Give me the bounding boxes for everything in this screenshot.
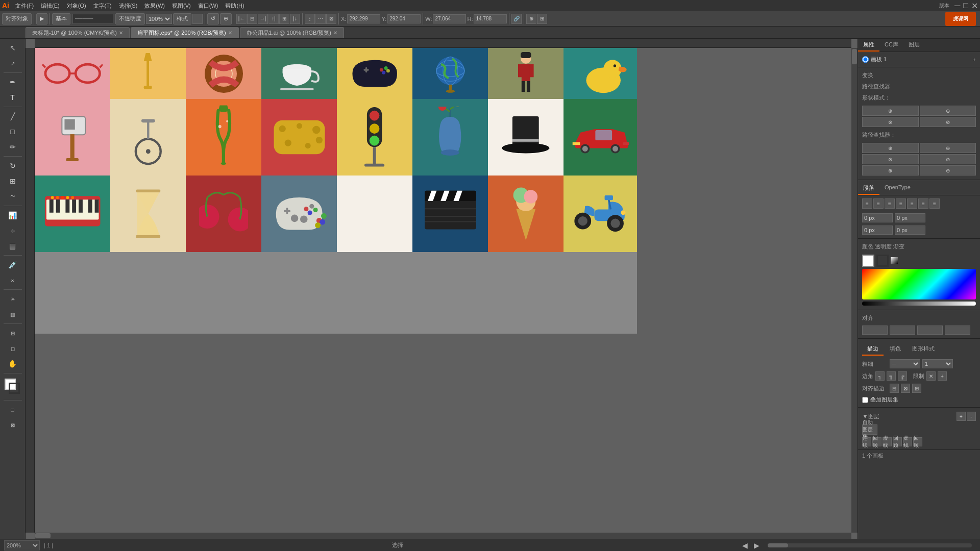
menu-help[interactable]: 帮助(H) bbox=[222, 1, 247, 11]
maximize-button[interactable]: □ bbox=[963, 1, 968, 10]
select-tool-icon[interactable]: ↖ bbox=[6, 41, 20, 55]
line-tool-icon[interactable]: ╱ bbox=[6, 109, 20, 123]
color-header[interactable]: 颜色 透明度 渐变 bbox=[858, 241, 980, 253]
rotate-tool-icon[interactable]: ↻ bbox=[6, 159, 20, 173]
pen-tool-icon[interactable]: ✒ bbox=[6, 75, 20, 89]
opacity-label[interactable]: 不透明度 bbox=[115, 13, 145, 24]
scrollbar-horizontal[interactable] bbox=[35, 533, 851, 539]
para-justify3-btn[interactable]: ≡ bbox=[918, 198, 928, 209]
align-stroke-btn1[interactable]: ⊟ bbox=[890, 384, 899, 393]
opacity-select[interactable]: 100% bbox=[146, 14, 172, 24]
column-tool-icon[interactable]: ▥ bbox=[6, 307, 20, 321]
menu-effects[interactable]: 效果(W) bbox=[141, 1, 168, 11]
limit-btn1[interactable]: ✕ bbox=[926, 371, 936, 381]
eyedrop-tool-icon[interactable]: 💉 bbox=[6, 258, 20, 272]
layer-style-btn2[interactable]: 回顾 bbox=[872, 437, 881, 446]
close-button[interactable]: ✕ bbox=[971, 1, 978, 11]
dist-btn3[interactable]: ⊠ bbox=[326, 14, 336, 24]
gradient-tool-icon[interactable]: ▦ bbox=[6, 239, 20, 253]
link-dimensions-btn[interactable]: 🔗 bbox=[511, 14, 522, 24]
rp-desc-tab[interactable]: 描边 bbox=[862, 343, 884, 356]
pathop-btn3[interactable]: ⊗ bbox=[862, 154, 919, 164]
align-center-v-btn[interactable]: ⊞ bbox=[279, 14, 289, 24]
coord-h[interactable] bbox=[474, 14, 507, 23]
transform-btn[interactable]: ⊕ bbox=[220, 13, 232, 24]
select-tool[interactable]: ▶ bbox=[36, 13, 47, 24]
align-object-btn[interactable]: 对齐对象 bbox=[2, 13, 32, 24]
coord-w[interactable] bbox=[433, 14, 466, 23]
pathop-btn6[interactable]: ⊖ bbox=[920, 165, 976, 176]
slice-tool-icon[interactable]: ⊟ bbox=[6, 326, 20, 340]
more-btn1[interactable]: ⊕ bbox=[526, 14, 536, 24]
type-tool-icon[interactable]: T bbox=[6, 90, 20, 105]
color-slider[interactable] bbox=[862, 302, 976, 306]
brush-tool-icon[interactable]: ✏ bbox=[6, 140, 20, 154]
space-before-input[interactable] bbox=[862, 226, 893, 235]
direct-select-icon[interactable]: ↗ bbox=[6, 56, 20, 70]
tab-2[interactable]: 办公用品1.ai @ 100% (RGB/预览) ✕ bbox=[240, 27, 344, 38]
menu-type[interactable]: 文字(T) bbox=[90, 1, 115, 11]
fullscreen-btn[interactable]: ⊠ bbox=[6, 418, 20, 432]
coord-x[interactable] bbox=[347, 14, 380, 23]
rp-shape-tab[interactable]: 图形样式 bbox=[907, 343, 940, 356]
para-justify2-btn[interactable]: ≡ bbox=[907, 198, 917, 209]
corner-btn3[interactable]: ╔ bbox=[898, 371, 907, 381]
rect-tool-icon[interactable]: □ bbox=[6, 124, 20, 139]
layer-style-btn5[interactable]: 虚线 bbox=[903, 437, 912, 446]
para-justify-all-btn[interactable]: ≡ bbox=[929, 198, 940, 209]
align-input4[interactable] bbox=[945, 325, 970, 335]
corner-btn1[interactable]: ┐ bbox=[875, 371, 885, 381]
indent-right-input[interactable] bbox=[895, 213, 925, 222]
indent-left-input[interactable] bbox=[862, 213, 893, 222]
refresh-btn[interactable]: ↺ bbox=[207, 13, 219, 24]
scroll-indicator[interactable] bbox=[768, 543, 972, 547]
pathop-btn4[interactable]: ⊘ bbox=[920, 154, 976, 164]
align-stroke-btn2[interactable]: ⊠ bbox=[901, 384, 910, 393]
artboard[interactable]: ▶▶ bbox=[35, 48, 637, 334]
scrollbar-vertical[interactable] bbox=[851, 48, 857, 533]
pathop-btn5[interactable]: ⊕ bbox=[862, 165, 919, 176]
align-center-h-btn[interactable]: ⊟ bbox=[247, 14, 257, 24]
stroke-width-select[interactable]: ─ bbox=[890, 359, 920, 368]
none-color-box[interactable] bbox=[891, 257, 898, 264]
zoom-select[interactable]: 200% bbox=[4, 540, 40, 550]
space-after-input[interactable] bbox=[895, 226, 925, 235]
corner-btn2[interactable]: ╗ bbox=[887, 371, 896, 381]
normal-mode-btn[interactable]: □ bbox=[6, 403, 20, 417]
layer-style-btn4[interactable]: 回顾 bbox=[893, 437, 902, 446]
limit-btn2[interactable]: + bbox=[938, 371, 947, 381]
color-gradient[interactable] bbox=[862, 269, 976, 299]
intersect-btn[interactable]: ⊗ bbox=[862, 117, 919, 127]
overprint-checkbox[interactable] bbox=[862, 397, 868, 403]
style-label[interactable]: 样式 bbox=[173, 13, 191, 24]
menu-view[interactable]: 视图(V) bbox=[169, 1, 194, 11]
rp-tab-properties[interactable]: 属性 bbox=[858, 39, 879, 52]
exclude-btn[interactable]: ⊘ bbox=[920, 117, 976, 127]
menu-edit[interactable]: 编辑(E) bbox=[38, 1, 63, 11]
stroke-type[interactable]: 基本 bbox=[52, 13, 70, 24]
align-header[interactable]: 对齐 bbox=[858, 312, 980, 324]
pathop-btn2[interactable]: ⊖ bbox=[920, 143, 976, 153]
artboard-radio[interactable] bbox=[862, 56, 869, 63]
page-next-btn[interactable]: ▶ bbox=[754, 541, 760, 549]
align-top-btn[interactable]: ↑| bbox=[268, 14, 279, 24]
minus-front-btn[interactable]: ⊖ bbox=[920, 106, 976, 116]
align-input2[interactable] bbox=[890, 325, 915, 335]
align-right-btn[interactable]: →| bbox=[258, 14, 268, 24]
eraser-tool-icon[interactable]: ◻ bbox=[6, 341, 20, 356]
artboard-expand[interactable]: + bbox=[973, 57, 976, 63]
tab-1[interactable]: 扁平图标.eps* @ 200% (RGB/预览) ✕ bbox=[131, 27, 239, 38]
graph-tool-icon[interactable]: 📊 bbox=[6, 208, 20, 222]
layer-style-btn3[interactable]: 虚线 bbox=[883, 437, 892, 446]
rp-transform-header[interactable]: 变换 bbox=[858, 69, 980, 81]
coord-y[interactable] bbox=[387, 14, 421, 23]
tab-close-1[interactable]: ✕ bbox=[228, 30, 232, 36]
menu-object[interactable]: 对象(O) bbox=[64, 1, 89, 11]
scale-tool-icon[interactable]: ⊞ bbox=[6, 174, 20, 188]
rp-para-tab[interactable]: 段落 bbox=[858, 182, 879, 195]
tab-close-0[interactable]: ✕ bbox=[119, 30, 123, 36]
minimize-button[interactable]: ─ bbox=[954, 1, 960, 10]
tab-0[interactable]: 未标题-10* @ 100% (CMYK/预览) ✕ bbox=[26, 27, 130, 38]
layer-auto-btn[interactable]: 自动图层集 bbox=[862, 424, 877, 435]
rp-opentype-tab[interactable]: OpenType bbox=[879, 182, 916, 195]
